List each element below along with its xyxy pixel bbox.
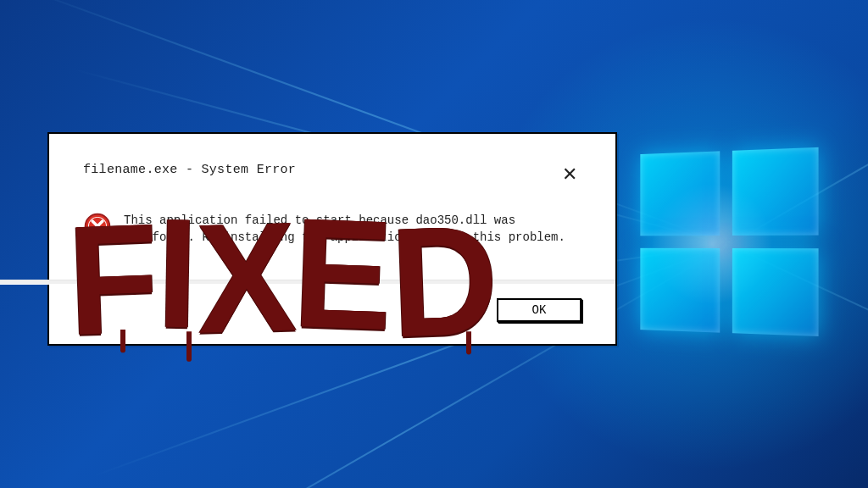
close-icon: ✕: [562, 165, 577, 184]
dialog-titlebar: filename.exe - System Error ✕: [83, 163, 581, 186]
error-icon: [83, 212, 112, 247]
close-button[interactable]: ✕: [558, 163, 581, 186]
error-message: This application failed to start because…: [124, 212, 565, 247]
dialog-buttons: OK: [497, 298, 581, 322]
dialog-title: filename.exe - System Error: [83, 163, 296, 177]
dialog-body: This application failed to start because…: [83, 212, 581, 247]
windows-logo-pane: [640, 151, 720, 236]
windows-logo-pane: [732, 248, 819, 336]
ok-button[interactable]: OK: [497, 298, 581, 322]
windows-logo-pane: [732, 147, 819, 236]
windows-logo-pane: [640, 248, 720, 333]
windows-logo: [640, 147, 823, 341]
error-dialog: filename.exe - System Error ✕ This appli…: [47, 132, 617, 346]
dialog-separator: [0, 280, 615, 285]
